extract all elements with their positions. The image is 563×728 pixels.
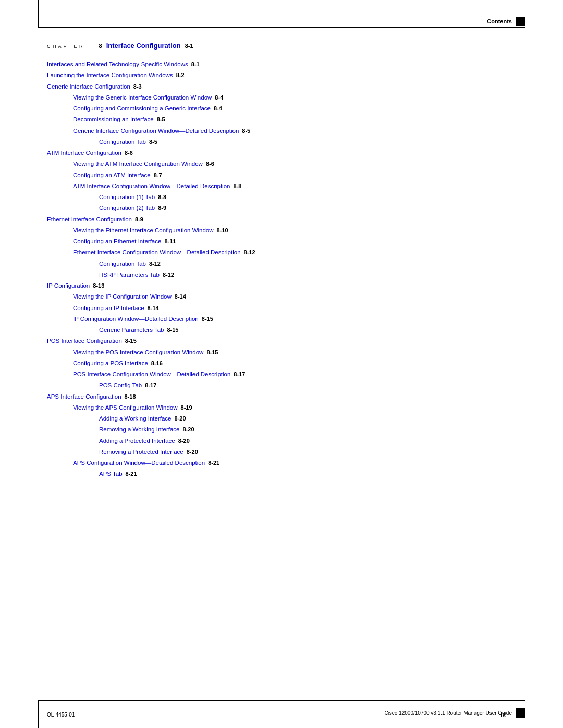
- toc-link[interactable]: Generic Parameters Tab: [99, 326, 164, 335]
- toc-link[interactable]: Configuring an ATM Interface: [73, 171, 151, 180]
- toc-entry: Configuring an IP Interface8-14: [47, 304, 516, 313]
- toc-entry: Configuration Tab8-5: [47, 138, 516, 146]
- toc-link[interactable]: Viewing the APS Configuration Window: [73, 403, 178, 412]
- toc-page-number: 8-15: [202, 315, 213, 324]
- toc-entry: Adding a Working Interface8-20: [47, 414, 516, 423]
- toc-entry: Generic Interface Configuration8-3: [47, 82, 516, 91]
- toc-link[interactable]: Removing a Protected Interface: [99, 448, 183, 456]
- toc-entry: Launching the Interface Configuration Wi…: [47, 71, 516, 80]
- toc-link[interactable]: Configuring an IP Interface: [73, 304, 144, 313]
- toc-link[interactable]: POS Interface Configuration Window—Detai…: [73, 370, 230, 379]
- bottom-left-border-decoration: [38, 701, 39, 728]
- toc-entry: Ethernet Interface Configuration Window—…: [47, 248, 516, 257]
- toc-link[interactable]: Ethernet Interface Configuration Window—…: [73, 248, 241, 257]
- toc-entry: Decommissioning an Interface8-5: [47, 115, 516, 124]
- toc-link[interactable]: ATM Interface Configuration: [47, 149, 121, 157]
- toc-page-number: 8-8: [233, 182, 241, 191]
- toc-link[interactable]: Viewing the POS Interface Configuration …: [73, 348, 203, 357]
- toc-link[interactable]: Launching the Interface Configuration Wi…: [47, 71, 173, 80]
- toc-page-number: 8-6: [125, 149, 133, 157]
- toc-page-number: 8-4: [214, 104, 222, 113]
- toc-page-number: 8-20: [178, 437, 190, 446]
- toc-link[interactable]: Generic Interface Configuration Window—D…: [73, 127, 239, 135]
- toc-entry: POS Interface Configuration Window—Detai…: [47, 370, 516, 379]
- toc-link[interactable]: APS Configuration Window—Detailed Descri…: [73, 459, 205, 467]
- toc-entry: IP Configuration8-13: [47, 281, 516, 290]
- chapter-title[interactable]: Interface Configuration: [106, 42, 181, 50]
- toc-link[interactable]: APS Tab: [99, 470, 123, 478]
- toc-entry: Viewing the ATM Interface Configuration …: [47, 159, 516, 168]
- toc-link[interactable]: Decommissioning an Interface: [73, 115, 154, 124]
- toc-link[interactable]: Viewing the IP Configuration Window: [73, 292, 172, 301]
- chapter-page: 8-1: [185, 43, 193, 49]
- toc-link[interactable]: Adding a Working Interface: [99, 414, 172, 423]
- toc-entry: Configuring an Ethernet Interface8-11: [47, 237, 516, 246]
- toc-link[interactable]: APS Interface Configuration: [47, 392, 121, 401]
- toc-link[interactable]: POS Interface Configuration: [47, 337, 122, 346]
- toc-entry: Configuration (1) Tab8-8: [47, 193, 516, 202]
- toc-link[interactable]: Viewing the Generic Interface Configurat…: [73, 93, 212, 102]
- toc-entry: ATM Interface Configuration8-6: [47, 149, 516, 157]
- toc-entry: APS Configuration Window—Detailed Descri…: [47, 459, 516, 467]
- toc-link[interactable]: Viewing the ATM Interface Configuration …: [73, 159, 203, 168]
- toc-entry: Configuring and Commissioning a Generic …: [47, 104, 516, 113]
- toc-entry: Interfaces and Related Technology-Specif…: [47, 60, 516, 69]
- toc-entry: Generic Parameters Tab8-15: [47, 326, 516, 335]
- contents-block: [516, 17, 525, 26]
- toc-link[interactable]: Viewing the Ethernet Interface Configura…: [73, 226, 214, 235]
- toc-link[interactable]: Ethernet Interface Configuration: [47, 215, 132, 224]
- toc-link[interactable]: POS Config Tab: [99, 381, 142, 390]
- toc-link[interactable]: Generic Interface Configuration: [47, 82, 130, 91]
- toc-entry: Viewing the Ethernet Interface Configura…: [47, 226, 516, 235]
- toc-link[interactable]: Configuring an Ethernet Interface: [73, 237, 161, 246]
- toc-link[interactable]: HSRP Parameters Tab: [99, 270, 160, 279]
- toc-entry: Viewing the Generic Interface Configurat…: [47, 93, 516, 102]
- toc-link[interactable]: Adding a Protected Interface: [99, 437, 175, 446]
- toc-page-number: 8-21: [208, 459, 219, 467]
- toc-link[interactable]: Configuration (2) Tab: [99, 204, 155, 213]
- toc-page-number: 8-1: [191, 60, 200, 69]
- toc-entry: APS Tab8-21: [47, 470, 516, 478]
- left-border-decoration: [38, 0, 39, 27]
- chapter-number: 8: [99, 43, 102, 49]
- toc-link[interactable]: Configuration Tab: [99, 138, 146, 146]
- toc-link[interactable]: Configuring a POS Interface: [73, 359, 148, 368]
- toc-entry: Removing a Working Interface8-20: [47, 425, 516, 434]
- toc-page-number: 8-7: [154, 171, 162, 180]
- toc-page-number: 8-2: [176, 71, 185, 80]
- main-content: C H A P T E R 8 Interface Configuration …: [47, 42, 516, 481]
- toc-link[interactable]: IP Configuration Window—Detailed Descrip…: [73, 315, 199, 324]
- toc-page-number: 8-13: [93, 281, 104, 290]
- toc-page-number: 8-20: [175, 414, 186, 423]
- contents-label: Contents: [487, 18, 512, 24]
- toc-entry: POS Config Tab8-17: [47, 381, 516, 390]
- footer-left: OL-4455-01: [47, 712, 75, 718]
- toc-link[interactable]: Configuring and Commissioning a Generic …: [73, 104, 211, 113]
- top-border-rule: [38, 27, 525, 28]
- toc-page-number: 8-5: [157, 115, 165, 124]
- toc-page-number: 8-17: [234, 370, 245, 379]
- toc-entry: Viewing the APS Configuration Window8-19: [47, 403, 516, 412]
- toc-page-number: 8-5: [149, 138, 157, 146]
- footer-doc-number: OL-4455-01: [47, 712, 75, 718]
- toc-container: Interfaces and Related Technology-Specif…: [47, 60, 516, 479]
- toc-link[interactable]: Removing a Working Interface: [99, 425, 179, 434]
- footer-right-block: [516, 708, 525, 718]
- contents-header: Contents: [487, 17, 525, 26]
- footer-guide-title: Cisco 12000/10700 v3.1.1 Router Manager …: [384, 710, 512, 716]
- toc-page-number: 8-4: [215, 93, 223, 102]
- toc-page-number: 8-12: [244, 248, 255, 257]
- toc-page-number: 8-12: [149, 260, 161, 268]
- toc-entry: Configuring an ATM Interface8-7: [47, 171, 516, 180]
- toc-entry: HSRP Parameters Tab8-12: [47, 270, 516, 279]
- toc-link[interactable]: Configuration (1) Tab: [99, 193, 155, 202]
- toc-page-number: 8-18: [125, 392, 136, 401]
- toc-page-number: 8-20: [187, 448, 198, 456]
- toc-link[interactable]: Interfaces and Related Technology-Specif…: [47, 60, 188, 69]
- toc-link[interactable]: ATM Interface Configuration Window—Detai…: [73, 182, 230, 191]
- toc-page-number: 8-15: [125, 337, 137, 346]
- toc-link[interactable]: IP Configuration: [47, 281, 90, 290]
- toc-entry: Configuration (2) Tab8-9: [47, 204, 516, 213]
- toc-link[interactable]: Configuration Tab: [99, 260, 146, 268]
- toc-entry: Configuring a POS Interface8-16: [47, 359, 516, 368]
